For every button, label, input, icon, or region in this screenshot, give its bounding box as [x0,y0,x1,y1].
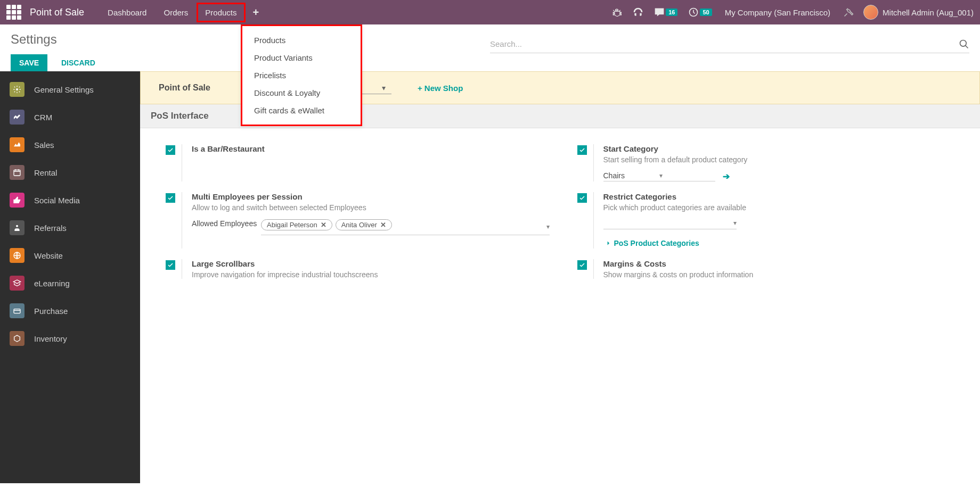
checkbox-multi[interactable] [166,193,175,203]
menu-products[interactable]: Products [197,3,245,22]
sidebar-referrals[interactable]: Referrals [0,214,140,242]
activities-icon[interactable]: 50 [688,7,712,18]
username[interactable]: Mitchell Admin (Aug_001) [883,8,974,17]
search-icon[interactable] [959,39,969,49]
messaging-icon[interactable]: 16 [654,7,677,18]
svg-rect-6 [14,309,20,313]
checkbox-scroll[interactable] [166,260,175,270]
sidebar-inventory[interactable]: Inventory [0,325,140,352]
plus-icon[interactable]: + [246,6,267,19]
menu-orders[interactable]: Orders [155,3,197,22]
dropdown-discount[interactable]: Discount & Loyalty [242,84,361,102]
menu-dashboard[interactable]: Dashboard [99,3,155,22]
setting-title: Large Scrollbars [192,259,550,268]
save-button[interactable]: SAVE [11,54,47,71]
caret-down-icon[interactable]: ▾ [546,223,550,230]
dropdown-pricelists[interactable]: Pricelists [242,67,361,84]
setting-title: Margins & Costs [603,259,961,268]
sidebar-item-label: Referrals [34,224,67,233]
setting-desc: Improve navigation for imprecise industr… [192,270,550,279]
sidebar-item-label: CRM [34,113,52,122]
sidebar-item-label: Rental [34,168,57,177]
dropdown-gift[interactable]: Gift cards & eWallet [242,102,361,119]
field-label: Allowed Employees [192,219,261,228]
checkbox-startcat[interactable] [577,145,587,155]
activities-badge: 50 [700,9,712,16]
tools-icon[interactable] [843,7,854,18]
checkbox-margins[interactable] [577,260,587,270]
setting-title: Is a Bar/Restaurant [192,144,550,153]
setting-title: Multi Employees per Session [192,192,550,201]
sidebar-item-label: Purchase [34,307,68,316]
setting-title: Restrict Categories [603,192,961,201]
sidebar-item-label: eLearning [34,279,70,288]
support-icon[interactable] [633,7,643,18]
sidebar-rental[interactable]: Rental [0,159,140,186]
setting-desc: Allow to log and switch between selected… [192,203,550,212]
company-switcher[interactable]: My Company (San Francisco) [725,8,830,17]
svg-point-4 [16,225,18,227]
svg-point-2 [16,88,18,90]
employees-input[interactable]: Abigail Peterson✕ Anita Oliver✕ ▾ [261,219,550,235]
avatar[interactable] [863,5,878,20]
sidebar-general[interactable]: General Settings [0,76,140,103]
restrict-select[interactable]: ▾ [603,219,737,229]
new-shop-button[interactable]: + New Shop [418,84,463,93]
caret-down-icon[interactable]: ▾ [382,84,386,92]
caret-down-icon[interactable]: ▾ [659,172,715,179]
sidebar-item-label: Sales [34,140,54,150]
discard-button[interactable]: DISCARD [56,54,101,71]
bug-icon[interactable] [611,7,622,18]
pos-label: Point of Sale [159,83,210,93]
message-badge: 16 [666,9,677,16]
setting-desc: Pick which product categories are availa… [603,203,961,212]
sidebar-item-label: Inventory [34,334,67,343]
products-dropdown: Products Product Variants Pricelists Dis… [241,24,362,126]
dropdown-products[interactable]: Products [242,31,361,49]
checkbox-restrict[interactable] [577,193,587,203]
setting-title: Start Category [603,144,961,153]
svg-point-1 [960,40,967,46]
arrow-right-icon[interactable]: ➔ [723,171,730,181]
svg-rect-3 [14,170,20,176]
pos-categories-link[interactable]: PoS Product Categories [603,239,699,247]
setting-desc: Show margins & costs on product informat… [603,270,961,279]
sidebar-crm[interactable]: CRM [0,103,140,131]
checkbox-bar[interactable] [166,145,175,155]
remove-icon[interactable]: ✕ [321,221,326,229]
sidebar-item-label: General Settings [34,85,94,94]
sidebar-purchase[interactable]: Purchase [0,297,140,325]
sidebar-website[interactable]: Website [0,242,140,269]
category-select[interactable]: Chairs▾ [603,171,715,181]
sidebar-social[interactable]: Social Media [0,186,140,214]
caret-down-icon[interactable]: ▾ [733,219,737,227]
sidebar-elearning[interactable]: eLearning [0,269,140,297]
dropdown-variants[interactable]: Product Variants [242,49,361,67]
apps-icon[interactable] [6,5,21,20]
sidebar: General Settings CRM Sales Rental Social… [0,71,140,483]
sidebar-item-label: Website [34,251,63,260]
setting-desc: Start selling from a default product cat… [603,155,961,164]
search-input[interactable] [490,37,959,51]
sidebar-item-label: Social Media [34,196,80,205]
remove-icon[interactable]: ✕ [380,221,386,229]
employee-tag: Anita Oliver✕ [336,219,392,230]
app-title[interactable]: Point of Sale [30,7,84,18]
employee-tag: Abigail Peterson✕ [261,219,332,230]
sidebar-sales[interactable]: Sales [0,131,140,159]
